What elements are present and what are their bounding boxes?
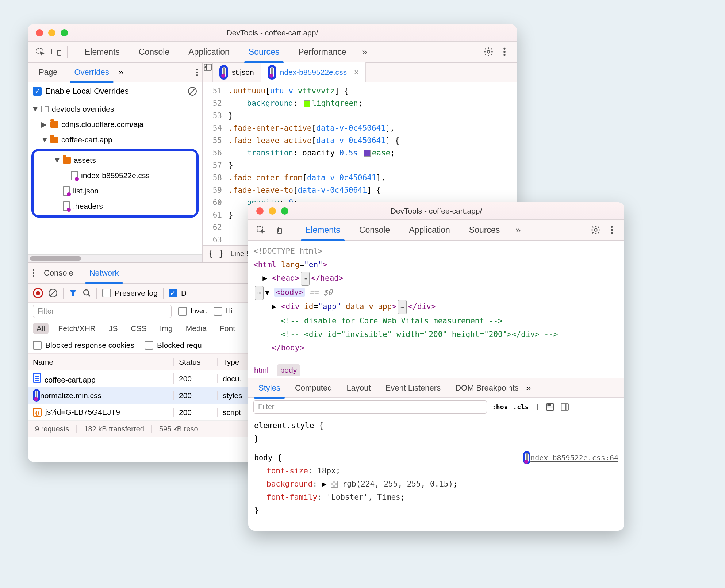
- col-name[interactable]: Name: [28, 358, 174, 366]
- tree-headers-file[interactable]: .headers: [36, 199, 194, 214]
- window-title: DevTools - coffee-cart.app/: [248, 207, 624, 215]
- tab-sources[interactable]: Sources: [239, 41, 289, 62]
- crumb-body[interactable]: body: [277, 364, 301, 376]
- pretty-print-icon[interactable]: { }: [208, 249, 224, 259]
- chip-font[interactable]: Font: [216, 323, 239, 334]
- more-tabs-icon[interactable]: »: [511, 223, 525, 237]
- styles-panel[interactable]: element.style { } ndex-b859522e.css:64 b…: [248, 416, 624, 520]
- styletab-computed[interactable]: Computed: [288, 378, 340, 398]
- rule-element-style[interactable]: element.style {: [254, 419, 618, 432]
- styletab-layout[interactable]: Layout: [339, 378, 378, 398]
- cls-toggle[interactable]: .cls: [513, 403, 529, 411]
- tab-elements[interactable]: Elements: [296, 219, 350, 241]
- close-window[interactable]: [256, 207, 264, 215]
- rule-source-link[interactable]: ndex-b859522e.css:64: [523, 451, 618, 464]
- styletab-dombreakpoints[interactable]: DOM Breakpoints: [448, 378, 526, 398]
- more-style-tabs-icon[interactable]: »: [526, 383, 531, 393]
- close-window[interactable]: [36, 29, 43, 36]
- more-tabs-icon[interactable]: »: [357, 45, 372, 59]
- tab-application[interactable]: Application: [179, 41, 239, 62]
- hide-toggle[interactable]: Hi: [214, 307, 232, 316]
- tab-sources[interactable]: Sources: [460, 219, 509, 241]
- dom-line[interactable]: ⋯▼ <body> == $0: [253, 286, 619, 300]
- gear-icon[interactable]: [481, 45, 496, 59]
- tab-application[interactable]: Application: [399, 219, 460, 241]
- col-status[interactable]: Status: [174, 358, 218, 366]
- sidebar-scrollbar[interactable]: [28, 254, 202, 262]
- record-icon[interactable]: [33, 288, 43, 298]
- tree-cdnjs[interactable]: ▶ cdnjs.cloudflare.com/aja: [28, 117, 202, 132]
- toggle-navigator-icon[interactable]: [203, 62, 213, 82]
- tab-console[interactable]: Console: [350, 219, 399, 241]
- file-tab-css[interactable]: ndex-b859522e.css ×: [261, 62, 366, 82]
- chip-all[interactable]: All: [33, 323, 49, 334]
- new-rule-icon[interactable]: +: [534, 401, 541, 413]
- dom-line[interactable]: <html lang="en">: [253, 258, 619, 272]
- close-tab-icon[interactable]: ×: [354, 68, 359, 77]
- svg-point-8: [196, 72, 198, 73]
- drawer-tab-network[interactable]: Network: [82, 263, 126, 283]
- styles-filter-input[interactable]: Filter: [253, 400, 487, 414]
- kebab-icon[interactable]: [497, 45, 512, 59]
- chip-fetch[interactable]: Fetch/XHR: [54, 323, 99, 334]
- tree-assets[interactable]: ▼ assets: [36, 153, 194, 168]
- minimize-window[interactable]: [269, 207, 276, 215]
- dom-tree[interactable]: <!DOCTYPE html> <html lang="en"> ▶ <head…: [248, 241, 624, 362]
- dom-line[interactable]: <!DOCTYPE html>: [253, 245, 619, 258]
- chip-js[interactable]: JS: [105, 323, 122, 334]
- dom-line[interactable]: ▶ <div id="app" data-v-app>⋯</div>: [253, 300, 619, 314]
- enable-overrides-checkbox[interactable]: ✓: [33, 87, 42, 96]
- dom-line[interactable]: <!-- disable for Core Web Vitals measure…: [253, 314, 619, 328]
- chip-img[interactable]: Img: [156, 323, 176, 334]
- drawer-kebab-icon[interactable]: [32, 269, 35, 277]
- disable-cache-toggle[interactable]: ✓D: [169, 289, 187, 297]
- file-override-icon: [71, 171, 78, 180]
- more-subtabs-icon[interactable]: »: [119, 67, 123, 77]
- dom-line[interactable]: <!-- <div id="invisible" width="200" hei…: [253, 328, 619, 341]
- filter-funnel-icon[interactable]: [69, 289, 77, 297]
- toggle-computed-icon[interactable]: [545, 402, 555, 412]
- subtab-overrides[interactable]: Overrides: [67, 62, 116, 82]
- inspect-icon[interactable]: [33, 45, 47, 59]
- svg-point-23: [611, 232, 613, 234]
- dom-line[interactable]: </body>: [253, 341, 619, 355]
- blocked-requests-toggle[interactable]: Blocked requ: [145, 341, 202, 350]
- tab-elements[interactable]: Elements: [75, 41, 129, 62]
- minimize-window[interactable]: [48, 29, 55, 36]
- styletab-styles[interactable]: Styles: [251, 378, 288, 398]
- toggle-sidebar-icon[interactable]: [560, 402, 569, 412]
- clear-overrides-icon[interactable]: [188, 87, 197, 96]
- styletab-eventlisteners[interactable]: Event Listeners: [378, 378, 448, 398]
- rule-body[interactable]: ndex-b859522e.css:64 body {: [254, 451, 618, 464]
- svg-rect-26: [561, 404, 569, 410]
- hov-toggle[interactable]: :hov: [492, 403, 508, 411]
- gear-icon[interactable]: [588, 223, 603, 237]
- crumb-html[interactable]: html: [254, 366, 269, 374]
- tab-performance[interactable]: Performance: [289, 41, 356, 62]
- device-toggle-icon[interactable]: [49, 45, 64, 59]
- chip-css[interactable]: CSS: [127, 323, 150, 334]
- device-toggle-icon[interactable]: [269, 223, 284, 237]
- file-override-icon: [63, 186, 70, 196]
- search-icon[interactable]: [83, 289, 91, 297]
- drawer-tab-console[interactable]: Console: [37, 263, 81, 283]
- subtab-page[interactable]: Page: [31, 62, 65, 82]
- dom-line[interactable]: ▶ <head>⋯</head>: [253, 272, 619, 286]
- zoom-window[interactable]: [61, 29, 68, 36]
- clear-icon[interactable]: [48, 288, 58, 298]
- blocked-cookies-toggle[interactable]: Blocked response cookies: [33, 341, 134, 350]
- invert-toggle[interactable]: Invert: [178, 307, 207, 316]
- tree-css-file[interactable]: index-b859522e.css: [36, 168, 194, 183]
- chip-media[interactable]: Media: [182, 323, 210, 334]
- kebab-icon[interactable]: [605, 223, 619, 237]
- file-tab-json[interactable]: st.json: [213, 62, 261, 82]
- zoom-window[interactable]: [281, 207, 288, 215]
- tab-console[interactable]: Console: [129, 41, 179, 62]
- tree-root[interactable]: ▼ devtools overrides: [28, 101, 202, 117]
- sidebar-kebab-icon[interactable]: [196, 68, 199, 77]
- network-filter-input[interactable]: Filter: [33, 305, 172, 318]
- tree-json-file[interactable]: list.json: [36, 183, 194, 199]
- tree-app[interactable]: ▼ coffee-cart.app: [28, 132, 202, 147]
- preserve-log-toggle[interactable]: Preserve log: [102, 289, 158, 297]
- inspect-icon[interactable]: [253, 223, 268, 237]
